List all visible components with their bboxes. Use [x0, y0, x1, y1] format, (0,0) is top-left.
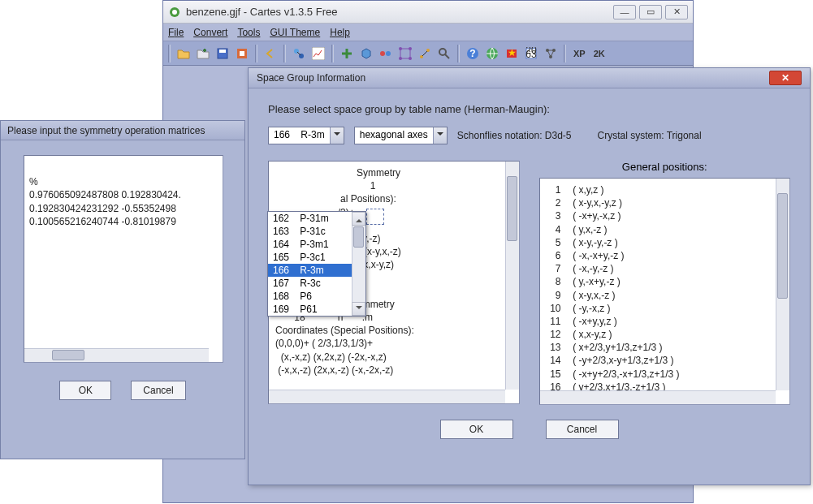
flag-icon[interactable]: ★ — [504, 45, 520, 62]
hscroll-track[interactable] — [540, 390, 776, 404]
schonflies-notation: Schonflies notation: D3d-5 — [457, 130, 572, 141]
help-icon[interactable]: ? — [465, 45, 481, 62]
space-group-combo[interactable]: 166 R-3m — [268, 127, 344, 144]
svg-point-20 — [439, 49, 446, 55]
svg-text:?: ? — [469, 48, 475, 59]
axes-combo-value: hexagonal axes — [355, 127, 433, 144]
space-group-prompt: Please select space group by table name … — [268, 103, 790, 115]
save-icon[interactable] — [214, 45, 231, 62]
hscroll-track[interactable] — [269, 390, 505, 403]
bond-icon[interactable] — [417, 45, 433, 62]
menu-help[interactable]: Help — [330, 27, 350, 38]
close-button[interactable]: ✕ — [665, 5, 688, 19]
menu-file[interactable]: File — [168, 27, 184, 38]
symmetry-button-row: OK Cancel — [24, 381, 222, 400]
dropdown-item[interactable]: 164 P-3m1 — [268, 238, 365, 251]
menu-gui-theme[interactable]: GUI Theme — [270, 27, 320, 38]
vscroll-thumb[interactable] — [507, 176, 517, 241]
svg-text:63: 63 — [525, 49, 537, 60]
lattice-icon[interactable] — [397, 45, 413, 62]
open-icon[interactable] — [175, 45, 192, 62]
general-position-row: 9 ( x-y,x,-z ) — [547, 289, 784, 302]
general-positions-box[interactable]: 1 ( x,y,z )2 ( x-y,x,-y,z )3 ( -x+y,-x,z… — [539, 178, 791, 405]
symmetry-dialog: Please input the symmetry operation matr… — [0, 120, 245, 459]
svg-point-15 — [399, 57, 402, 60]
molecule-icon[interactable] — [291, 45, 307, 62]
space-group-dropdown-list[interactable]: 162 P-31m163 P-31c164 P-3m1165 P-3c1166 … — [267, 211, 366, 317]
space-group-combo-value: 166 R-3m — [269, 127, 330, 144]
space-group-title-text: Space Group Information — [257, 72, 365, 84]
add-icon[interactable] — [339, 45, 355, 62]
cancel-button[interactable]: Cancel — [546, 420, 619, 439]
tool-2k[interactable]: 2K — [591, 49, 608, 58]
vscroll-thumb[interactable] — [353, 226, 364, 248]
chevron-down-icon[interactable] — [330, 127, 344, 144]
minimize-button[interactable]: — — [613, 5, 636, 19]
maximize-button[interactable]: ▭ — [639, 5, 662, 19]
space-group-buttons: OK Cancel — [268, 420, 790, 439]
toolbar-sep — [283, 45, 286, 62]
dropdown-item[interactable]: 169 P61 — [268, 303, 365, 316]
vscroll-thumb[interactable] — [777, 193, 788, 299]
dropdown-item[interactable]: 166 R-3m — [268, 264, 365, 277]
general-position-row: 14 ( -y+2/3,x-y+1/3,z+1/3 ) — [547, 354, 784, 367]
plot-icon[interactable] — [310, 45, 326, 62]
dropdown-item[interactable]: 163 P-31c — [268, 225, 365, 238]
stop-icon[interactable] — [234, 45, 250, 62]
general-position-row: 13 ( x+2/3,y+1/3,z+1/3 ) — [547, 341, 784, 354]
general-position-row: 3 ( -x+y,-x,z ) — [547, 209, 784, 222]
svg-point-16 — [409, 57, 412, 60]
vscroll-track[interactable] — [505, 162, 519, 390]
menu-convert[interactable]: Convert — [193, 27, 227, 38]
crystal-system: Crystal system: Trigonal — [598, 130, 702, 141]
axes-combo[interactable]: hexagonal axes — [354, 127, 448, 144]
matrix-icon[interactable]: 2063 — [523, 45, 539, 62]
general-position-row: 10 ( -y,-x,z ) — [547, 302, 784, 315]
scroll-down-arrow[interactable] — [352, 302, 365, 316]
atoms-icon[interactable] — [378, 45, 394, 62]
hscroll-track[interactable] — [24, 348, 209, 362]
globe-icon[interactable] — [484, 45, 500, 62]
svg-point-13 — [399, 47, 402, 50]
close-button[interactable]: ✕ — [769, 71, 802, 85]
toolbar-sep — [255, 45, 257, 62]
vscroll-track[interactable] — [776, 179, 789, 390]
folder-plus-icon[interactable] — [195, 45, 211, 62]
chevron-down-icon[interactable] — [433, 127, 447, 144]
space-group-title[interactable]: Space Group Information ✕ — [249, 68, 810, 88]
ok-button[interactable]: OK — [440, 420, 513, 439]
symmetry-dialog-body: % 0.976065092487808 0.192830424. 0.19283… — [1, 140, 244, 415]
cancel-button[interactable]: Cancel — [131, 381, 185, 400]
general-positions-label: General positions: — [539, 161, 791, 173]
symmetry-dialog-title[interactable]: Please input the symmetry operation matr… — [1, 121, 244, 140]
general-position-row: 11 ( -x+y,y,z ) — [547, 315, 784, 328]
svg-point-11 — [386, 51, 391, 56]
dropdown-item[interactable]: 162 P-31m — [268, 212, 365, 225]
symmetry-matrix-input[interactable]: % 0.976065092487808 0.192830424. 0.19283… — [24, 155, 223, 363]
vscroll-track[interactable] — [352, 212, 365, 316]
ok-button[interactable]: OK — [59, 381, 111, 400]
search-icon[interactable] — [436, 45, 452, 62]
svg-point-10 — [380, 51, 385, 56]
general-position-row: 12 ( x,x-y,z ) — [547, 328, 784, 341]
back-icon[interactable] — [262, 45, 279, 62]
network-icon[interactable] — [543, 45, 559, 62]
toolbar-sep — [564, 45, 566, 62]
dropdown-item[interactable]: 168 P6 — [268, 290, 365, 303]
space-group-selectors: 166 R-3m hexagonal axes Schonflies notat… — [268, 127, 790, 144]
menu-tools[interactable]: Tools — [237, 27, 260, 38]
right-column: General positions: 1 ( x,y,z )2 ( x-y,x,… — [539, 161, 791, 405]
general-position-row: 7 ( -x,-y,-z ) — [547, 262, 784, 275]
toolbar-sep — [331, 45, 334, 62]
cube-icon[interactable] — [358, 45, 374, 62]
dropdown-item[interactable]: 165 P-3c1 — [268, 251, 365, 264]
tool-xp[interactable]: XP — [571, 49, 588, 58]
svg-rect-9 — [312, 47, 325, 60]
general-position-row: 5 ( x-y,-y,-z ) — [547, 236, 784, 249]
general-position-row: 1 ( x,y,z ) — [547, 183, 784, 196]
hscroll-thumb[interactable] — [52, 350, 84, 360]
dropdown-item[interactable]: 167 R-3c — [268, 277, 365, 290]
general-position-row: 6 ( -x,-x+y,-z ) — [547, 249, 784, 262]
scroll-up-arrow[interactable] — [352, 212, 365, 226]
titlebar[interactable]: benzene.gjf - Cartes v1.3.5 Free — ▭ ✕ — [163, 1, 693, 24]
